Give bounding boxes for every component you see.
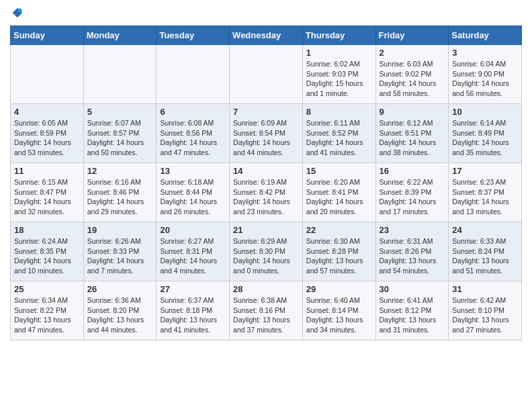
calendar-cell: 3Sunrise: 6:04 AM Sunset: 9:00 PM Daylig… [449,45,522,104]
calendar-body: 1Sunrise: 6:02 AM Sunset: 9:03 PM Daylig… [11,45,522,340]
day-number: 11 [14,166,80,176]
weekday-header: Monday [83,26,157,45]
day-number: 30 [380,284,445,294]
logo [10,7,24,19]
day-info: Sunrise: 6:09 AM Sunset: 8:54 PM Dayligh… [233,118,299,158]
calendar-cell: 29Sunrise: 6:40 AM Sunset: 8:14 PM Dayli… [302,281,375,340]
calendar-cell: 20Sunrise: 6:27 AM Sunset: 8:31 PM Dayli… [157,222,230,281]
calendar-cell: 21Sunrise: 6:29 AM Sunset: 8:30 PM Dayli… [230,222,303,281]
calendar-cell: 12Sunrise: 6:16 AM Sunset: 8:46 PM Dayli… [83,163,157,222]
calendar-cell: 27Sunrise: 6:37 AM Sunset: 8:18 PM Dayli… [157,281,230,340]
calendar-cell: 30Sunrise: 6:41 AM Sunset: 8:12 PM Dayli… [375,281,449,340]
calendar-cell: 28Sunrise: 6:38 AM Sunset: 8:16 PM Dayli… [230,281,303,340]
day-info: Sunrise: 6:20 AM Sunset: 8:41 PM Dayligh… [306,177,372,217]
day-info: Sunrise: 6:27 AM Sunset: 8:31 PM Dayligh… [160,236,226,276]
day-number: 1 [306,48,372,58]
day-number: 7 [233,107,299,117]
day-number: 26 [87,284,153,294]
day-info: Sunrise: 6:29 AM Sunset: 8:30 PM Dayligh… [233,236,299,276]
day-number: 29 [306,284,372,294]
calendar-table: SundayMondayTuesdayWednesdayThursdayFrid… [10,26,522,340]
day-info: Sunrise: 6:23 AM Sunset: 8:37 PM Dayligh… [452,177,518,217]
day-number: 14 [233,166,299,176]
day-info: Sunrise: 6:36 AM Sunset: 8:20 PM Dayligh… [87,295,153,335]
calendar-cell: 31Sunrise: 6:42 AM Sunset: 8:10 PM Dayli… [449,281,522,340]
day-info: Sunrise: 6:15 AM Sunset: 8:47 PM Dayligh… [14,177,80,217]
calendar-cell: 26Sunrise: 6:36 AM Sunset: 8:20 PM Dayli… [83,281,157,340]
day-info: Sunrise: 6:31 AM Sunset: 8:26 PM Dayligh… [380,236,445,276]
calendar-cell: 9Sunrise: 6:12 AM Sunset: 8:51 PM Daylig… [375,104,449,163]
calendar-week-row: 18Sunrise: 6:24 AM Sunset: 8:35 PM Dayli… [11,222,522,281]
calendar-cell: 4Sunrise: 6:05 AM Sunset: 8:59 PM Daylig… [11,104,84,163]
day-number: 9 [380,107,445,117]
day-info: Sunrise: 6:14 AM Sunset: 8:49 PM Dayligh… [452,118,518,158]
day-info: Sunrise: 6:08 AM Sunset: 8:56 PM Dayligh… [160,118,226,158]
day-number: 23 [380,225,445,235]
calendar-header-row: SundayMondayTuesdayWednesdayThursdayFrid… [11,26,522,45]
day-number: 13 [160,166,226,176]
calendar-cell: 17Sunrise: 6:23 AM Sunset: 8:37 PM Dayli… [449,163,522,222]
day-number: 21 [233,225,299,235]
day-number: 6 [160,107,226,117]
day-info: Sunrise: 6:30 AM Sunset: 8:28 PM Dayligh… [306,236,372,276]
weekday-header: Thursday [302,26,375,45]
day-number: 20 [160,225,226,235]
calendar-cell [230,45,303,104]
day-info: Sunrise: 6:07 AM Sunset: 8:57 PM Dayligh… [87,118,153,158]
day-info: Sunrise: 6:04 AM Sunset: 9:00 PM Dayligh… [452,59,518,99]
day-info: Sunrise: 6:38 AM Sunset: 8:16 PM Dayligh… [233,295,299,335]
calendar-cell: 22Sunrise: 6:30 AM Sunset: 8:28 PM Dayli… [302,222,375,281]
day-number: 22 [306,225,372,235]
calendar-cell: 23Sunrise: 6:31 AM Sunset: 8:26 PM Dayli… [375,222,449,281]
weekday-header: Saturday [449,26,522,45]
day-info: Sunrise: 6:34 AM Sunset: 8:22 PM Dayligh… [14,295,80,335]
day-number: 12 [87,166,153,176]
day-number: 27 [160,284,226,294]
calendar-cell: 1Sunrise: 6:02 AM Sunset: 9:03 PM Daylig… [302,45,375,104]
calendar-cell: 18Sunrise: 6:24 AM Sunset: 8:35 PM Dayli… [11,222,84,281]
day-number: 10 [452,107,518,117]
calendar-cell: 13Sunrise: 6:18 AM Sunset: 8:44 PM Dayli… [157,163,230,222]
calendar-cell: 25Sunrise: 6:34 AM Sunset: 8:22 PM Dayli… [11,281,84,340]
calendar-week-row: 1Sunrise: 6:02 AM Sunset: 9:03 PM Daylig… [11,45,522,104]
calendar-cell [157,45,230,104]
weekday-header: Friday [375,26,449,45]
calendar-week-row: 11Sunrise: 6:15 AM Sunset: 8:47 PM Dayli… [11,163,522,222]
weekday-header: Wednesday [230,26,303,45]
calendar-week-row: 25Sunrise: 6:34 AM Sunset: 8:22 PM Dayli… [11,281,522,340]
calendar-cell: 16Sunrise: 6:22 AM Sunset: 8:39 PM Dayli… [375,163,449,222]
weekday-header: Sunday [11,26,84,45]
day-info: Sunrise: 6:37 AM Sunset: 8:18 PM Dayligh… [160,295,226,335]
calendar-cell: 14Sunrise: 6:19 AM Sunset: 8:42 PM Dayli… [230,163,303,222]
day-info: Sunrise: 6:02 AM Sunset: 9:03 PM Dayligh… [306,59,372,99]
day-number: 15 [306,166,372,176]
calendar-cell: 11Sunrise: 6:15 AM Sunset: 8:47 PM Dayli… [11,163,84,222]
day-info: Sunrise: 6:41 AM Sunset: 8:12 PM Dayligh… [380,295,445,335]
calendar-cell: 19Sunrise: 6:26 AM Sunset: 8:33 PM Dayli… [83,222,157,281]
day-number: 18 [14,225,80,235]
calendar-cell: 5Sunrise: 6:07 AM Sunset: 8:57 PM Daylig… [83,104,157,163]
day-number: 31 [452,284,518,294]
day-number: 17 [452,166,518,176]
calendar-cell: 6Sunrise: 6:08 AM Sunset: 8:56 PM Daylig… [157,104,230,163]
day-info: Sunrise: 6:03 AM Sunset: 9:02 PM Dayligh… [380,59,445,99]
weekday-header: Tuesday [157,26,230,45]
day-number: 8 [306,107,372,117]
calendar-cell [11,45,84,104]
day-number: 28 [233,284,299,294]
day-info: Sunrise: 6:05 AM Sunset: 8:59 PM Dayligh… [14,118,80,158]
calendar-week-row: 4Sunrise: 6:05 AM Sunset: 8:59 PM Daylig… [11,104,522,163]
day-info: Sunrise: 6:16 AM Sunset: 8:46 PM Dayligh… [87,177,153,217]
day-info: Sunrise: 6:12 AM Sunset: 8:51 PM Dayligh… [380,118,445,158]
day-info: Sunrise: 6:18 AM Sunset: 8:44 PM Dayligh… [160,177,226,217]
day-number: 4 [14,107,80,117]
day-info: Sunrise: 6:42 AM Sunset: 8:10 PM Dayligh… [452,295,518,335]
day-info: Sunrise: 6:22 AM Sunset: 8:39 PM Dayligh… [380,177,445,217]
day-number: 3 [452,48,518,58]
day-number: 24 [452,225,518,235]
day-info: Sunrise: 6:26 AM Sunset: 8:33 PM Dayligh… [87,236,153,276]
calendar-cell [83,45,157,104]
day-number: 25 [14,284,80,294]
calendar-cell: 15Sunrise: 6:20 AM Sunset: 8:41 PM Dayli… [302,163,375,222]
calendar-cell: 24Sunrise: 6:33 AM Sunset: 8:24 PM Dayli… [449,222,522,281]
